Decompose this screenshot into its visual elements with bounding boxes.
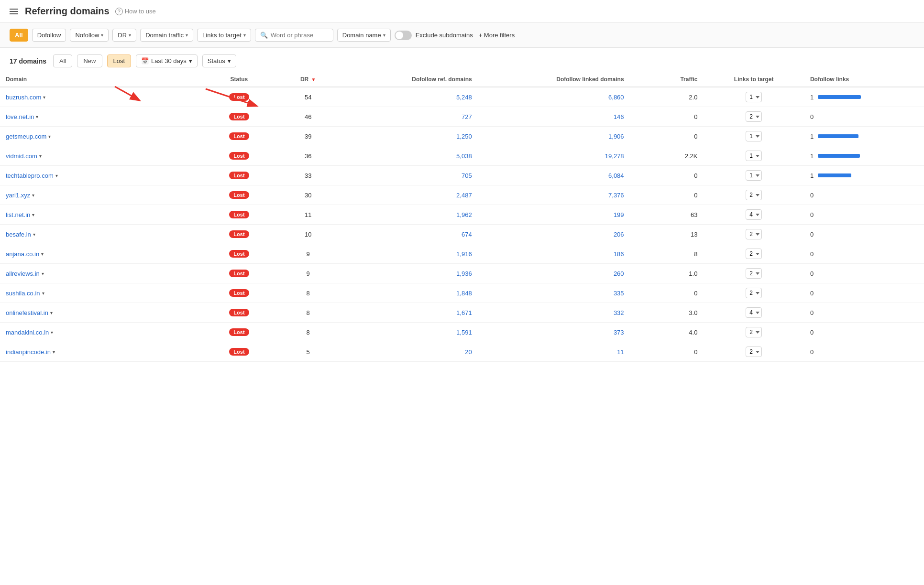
dofollow-ref-link[interactable]: 1,250: [456, 133, 472, 140]
tab-new-btn[interactable]: New: [77, 54, 102, 67]
col-header-dr[interactable]: DR ▼: [276, 72, 341, 87]
sort-icon-dr: ▼: [311, 77, 316, 82]
dofollow-linked-link[interactable]: 335: [614, 290, 624, 297]
links-to-target-select[interactable]: 2: [746, 249, 762, 259]
dofollow-linked-link[interactable]: 7,376: [608, 192, 624, 199]
dofollow-ref-link[interactable]: 727: [462, 113, 472, 120]
more-filters-btn[interactable]: + More filters: [479, 32, 515, 39]
help-link[interactable]: ? How to use: [115, 8, 156, 15]
dofollow-ref-link[interactable]: 20: [465, 348, 472, 356]
dofollow-linked-link[interactable]: 260: [614, 270, 624, 277]
domain-link[interactable]: yari1.xyz ▾: [6, 192, 197, 199]
links-to-target-select[interactable]: 4: [746, 209, 762, 220]
links-to-target-select[interactable]: 2: [746, 347, 762, 357]
status-badge: Lost: [229, 250, 249, 258]
domain-dropdown-caret[interactable]: ▾: [36, 114, 38, 119]
dofollow-ref-link[interactable]: 1,962: [456, 211, 472, 218]
domain-link[interactable]: techtablepro.com ▾: [6, 172, 197, 179]
dofollow-linked-link[interactable]: 146: [614, 113, 624, 120]
dofollow-ref-link[interactable]: 705: [462, 172, 472, 179]
table-row: yari1.xyz ▾Lost302,4877,376020: [0, 185, 924, 205]
col-header-dofollow-links: Dofollow links: [804, 72, 924, 87]
domain-link[interactable]: mandakini.co.in ▾: [6, 329, 197, 336]
dofollow-ref-link[interactable]: 2,487: [456, 192, 472, 199]
domain-dropdown-caret[interactable]: ▾: [42, 271, 44, 276]
dofollow-ref-link[interactable]: 5,248: [456, 94, 472, 101]
filter-all-btn[interactable]: All: [10, 29, 28, 42]
domain-link[interactable]: onlinefestival.in ▾: [6, 309, 197, 316]
domain-dropdown-caret[interactable]: ▾: [32, 212, 34, 217]
domain-dropdown-caret[interactable]: ▾: [33, 232, 35, 237]
date-range-btn[interactable]: 📅 Last 30 days ▾: [136, 54, 198, 67]
status-filter-btn[interactable]: Status ▾: [202, 54, 236, 67]
dofollow-linked-link[interactable]: 6,860: [608, 94, 624, 101]
hamburger-icon[interactable]: [10, 7, 18, 16]
dofollow-linked-link[interactable]: 186: [614, 250, 624, 258]
dofollow-linked-link[interactable]: 373: [614, 329, 624, 336]
links-to-target-select[interactable]: 2: [746, 268, 762, 279]
dofollow-linked-link[interactable]: 199: [614, 211, 624, 218]
dofollow-linked-link[interactable]: 11: [617, 348, 624, 356]
domain-dropdown-caret[interactable]: ▾: [55, 173, 58, 178]
domain-dropdown-caret[interactable]: ▾: [48, 134, 51, 139]
dofollow-ref-link[interactable]: 1,936: [456, 270, 472, 277]
dofollow-ref-link[interactable]: 1,916: [456, 250, 472, 258]
dofollow-linked-link[interactable]: 332: [614, 309, 624, 316]
domain-link[interactable]: indianpincode.in ▾: [6, 348, 197, 356]
domain-link[interactable]: allreviews.in ▾: [6, 270, 197, 277]
filter-dr-btn[interactable]: DR ▾: [112, 29, 136, 42]
links-to-target-select[interactable]: 2: [746, 288, 762, 298]
domain-link[interactable]: list.net.in ▾: [6, 211, 197, 218]
domain-dropdown-caret[interactable]: ▾: [43, 95, 45, 100]
domain-link[interactable]: getsmeup.com ▾: [6, 133, 197, 140]
page-title: Referring domains: [25, 6, 110, 17]
filter-links-to-target-btn[interactable]: Links to target ▾: [197, 29, 251, 42]
domain-dropdown-caret[interactable]: ▾: [41, 251, 44, 257]
links-to-target-select[interactable]: 1: [746, 170, 762, 181]
domain-link[interactable]: anjana.co.in ▾: [6, 250, 197, 258]
filter-domain-traffic-btn[interactable]: Domain traffic ▾: [140, 29, 193, 42]
dofollow-linked-link[interactable]: 19,278: [605, 152, 624, 160]
filter-nofollow-btn[interactable]: Nofollow ▾: [70, 29, 109, 42]
tab-lost-btn[interactable]: Lost: [107, 54, 132, 67]
domain-dropdown-caret[interactable]: ▾: [39, 153, 42, 159]
links-to-target-select[interactable]: 2: [746, 229, 762, 239]
dofollow-links-bar: [818, 95, 861, 99]
domain-dropdown-caret[interactable]: ▾: [50, 310, 53, 315]
domain-link[interactable]: buzrush.com ▾: [6, 94, 197, 101]
dofollow-ref-link[interactable]: 1,671: [456, 309, 472, 316]
table-row: mandakini.co.in ▾Lost81,5913734.020: [0, 323, 924, 342]
status-badge: Lost: [229, 93, 249, 101]
dofollow-ref-link[interactable]: 1,848: [456, 290, 472, 297]
domain-dropdown-caret[interactable]: ▾: [51, 330, 53, 335]
dofollow-linked-link[interactable]: 6,084: [608, 172, 624, 179]
tab-all-btn[interactable]: All: [53, 54, 72, 67]
dofollow-ref-link[interactable]: 674: [462, 231, 472, 238]
dofollow-ref-link[interactable]: 5,038: [456, 152, 472, 160]
domain-link[interactable]: vidmid.com ▾: [6, 152, 197, 160]
links-to-target-select[interactable]: 2: [746, 327, 762, 337]
nofollow-caret: ▾: [101, 32, 103, 38]
help-text: How to use: [125, 8, 156, 15]
domain-link[interactable]: besafe.in ▾: [6, 231, 197, 238]
filter-dofollow-btn[interactable]: Dofollow: [32, 29, 66, 42]
filter-domain-name-btn[interactable]: Domain name ▾: [337, 29, 391, 42]
links-to-target-select[interactable]: 2: [746, 111, 762, 122]
domain-link[interactable]: sushila.co.in ▾: [6, 290, 197, 297]
domain-dropdown-caret[interactable]: ▾: [53, 349, 55, 355]
dofollow-linked-link[interactable]: 1,906: [608, 133, 624, 140]
links-to-target-select[interactable]: 1: [746, 131, 762, 141]
links-to-target-select[interactable]: 2: [746, 190, 762, 200]
domain-dropdown-caret[interactable]: ▾: [42, 291, 44, 296]
exclude-subdomains-toggle[interactable]: [395, 31, 412, 40]
traffic-value: 2.2K: [630, 146, 704, 166]
links-to-target-select[interactable]: 1: [746, 151, 762, 161]
domain-link[interactable]: love.net.in ▾: [6, 113, 197, 120]
links-to-target-select[interactable]: 4: [746, 307, 762, 318]
search-input[interactable]: [271, 32, 328, 39]
dofollow-linked-link[interactable]: 206: [614, 231, 624, 238]
domain-dropdown-caret[interactable]: ▾: [32, 193, 34, 198]
dofollow-ref-link[interactable]: 1,591: [456, 329, 472, 336]
dr-value: 39: [276, 127, 341, 146]
links-to-target-select[interactable]: 1: [746, 92, 762, 102]
